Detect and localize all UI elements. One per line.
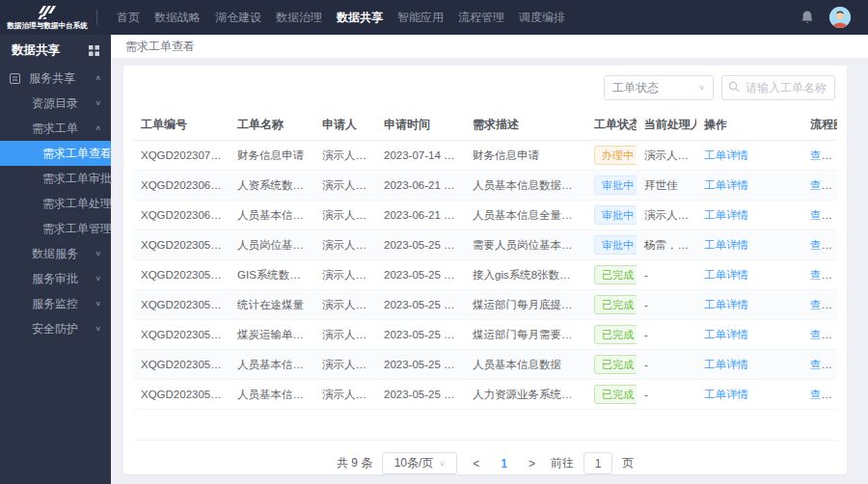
handler-cell: 杨雷，演示人... — [637, 230, 696, 260]
grid-icon[interactable] — [89, 45, 99, 56]
flow-view-link[interactable]: 查看 — [810, 149, 832, 161]
description-cell: 需要人员岗位基本信息数据，以支... — [465, 230, 586, 260]
table-row: XQGD202306216193人资系统数据需求演示人员62023-06-21 … — [133, 171, 837, 201]
flow-cell: 查看 — [802, 171, 837, 201]
apply-time-cell: 2023-05-25 14:03:17 — [376, 260, 465, 290]
chevron-down-icon: ∨ — [439, 460, 446, 468]
sidebar-item-label: 服务审批 — [32, 271, 78, 287]
nav-item[interactable]: 调度编排 — [519, 10, 565, 26]
order-detail-link[interactable]: 工单详情 — [704, 239, 748, 251]
pagination-total: 共 9 条 — [337, 455, 372, 471]
worklist-table: 工单编号工单名称申请人申请时间需求描述工单状态当前处理人操作流程图 XQGD20… — [133, 110, 837, 410]
action-cell: 工单详情 — [696, 201, 802, 230]
flow-view-link[interactable]: 查看 — [810, 359, 832, 370]
action-cell: 工单详情 — [696, 260, 802, 290]
apply-time-cell: 2023-05-25 13:56:00 — [376, 320, 465, 350]
order-name-cell: 人资系统数据需求 — [230, 171, 314, 201]
flow-view-link[interactable]: 查看 — [810, 329, 832, 340]
nav-item[interactable]: 湖仓建设 — [215, 10, 261, 26]
flow-cell: 查看 — [802, 141, 837, 171]
order-detail-link[interactable]: 工单详情 — [704, 149, 748, 161]
status-badge: 办理中 — [594, 146, 637, 165]
status-badge: 审批中 — [594, 235, 637, 255]
order-detail-link[interactable]: 工单详情 — [704, 269, 748, 281]
sidebar-item[interactable]: 服务监控∨ — [0, 291, 111, 316]
current-page[interactable]: 1 — [495, 457, 513, 471]
search-box — [721, 75, 835, 100]
nav-item[interactable]: 数据战略 — [154, 10, 201, 26]
table-row: XQGD202305259264人员基本信息数据需求...演示人员62023-0… — [133, 380, 837, 410]
sidebar-item-label: 需求工单审批 — [42, 171, 112, 187]
applicant-cell: 演示人员6 — [314, 141, 376, 171]
sidebar-item[interactable]: 需求工单管理 — [0, 216, 111, 241]
order-name-cell: 人员岗位基本信息数据... — [230, 230, 314, 260]
nav-item[interactable]: 首页 — [117, 10, 140, 26]
sidebar-item-label: 需求工单查看 — [42, 146, 112, 162]
next-page-button[interactable]: > — [523, 457, 541, 471]
top-navbar: 数据治理与数据中台系统 首页数据战略湖仓建设数据治理数据共享智能应用流程管理调度… — [0, 0, 868, 35]
sidebar-item[interactable]: 数据服务∨ — [0, 241, 111, 266]
order-detail-link[interactable]: 工单详情 — [704, 359, 748, 370]
description-cell: 煤运部门每月底提供煤炭运输信息... — [465, 290, 586, 320]
order-id-cell: XQGD202305258543 — [133, 320, 230, 350]
prev-page-button[interactable]: < — [467, 457, 485, 471]
status-cell: 已完成 — [586, 350, 637, 380]
description-cell: 人力资源业务系统中人员基本信息... — [465, 380, 586, 410]
description-cell: 煤运部门每月需要将统计汇总的运... — [465, 320, 586, 350]
user-avatar[interactable] — [829, 7, 851, 28]
flow-view-link[interactable]: 查看 — [810, 209, 832, 221]
status-cell: 审批中 — [586, 171, 637, 201]
order-detail-link[interactable]: 工单详情 — [704, 299, 748, 310]
nav-item[interactable]: 智能应用 — [397, 10, 444, 26]
nav-item[interactable]: 流程管理 — [458, 10, 504, 26]
status-badge: 已完成 — [594, 355, 637, 374]
order-id-cell: XQGD202307143143 — [133, 141, 230, 171]
order-id-cell: XQGD202305259264 — [133, 380, 230, 410]
page-size-select[interactable]: 10条/页 ∨ — [382, 452, 457, 474]
sidebar-item[interactable]: 需求工单∧ — [0, 116, 111, 141]
table-row: XQGD202305191947人员基本信息数据服务...演示人员62023-0… — [133, 350, 837, 380]
sidebar-item[interactable]: 服务审批∨ — [0, 266, 111, 291]
flow-view-link[interactable]: 查看 — [810, 239, 832, 251]
nav-item[interactable]: 数据治理 — [276, 10, 322, 26]
chevron-down-icon: ∨ — [95, 275, 101, 282]
flow-view-link[interactable]: 查看 — [810, 269, 832, 281]
sidebar-item[interactable]: 安全防护∨ — [0, 316, 111, 341]
sidebar-item[interactable]: 服务共享∧ — [0, 66, 111, 91]
worklist-card: 工单状态 ∨ 工单 — [123, 66, 847, 474]
logo-title: 数据治理与数据中台系统 — [7, 20, 88, 30]
sidebar-item[interactable]: 需求工单处理 — [0, 191, 111, 216]
action-cell: 工单详情 — [696, 171, 802, 201]
sidebar-item[interactable]: 需求工单查看 — [0, 141, 111, 166]
column-header: 当前处理人 — [637, 110, 696, 141]
sidebar-header: 数据共享 — [0, 35, 111, 66]
status-filter-select[interactable]: 工单状态 ∨ — [604, 75, 714, 100]
bell-icon[interactable] — [800, 10, 814, 25]
column-header: 工单编号 — [133, 110, 230, 141]
flow-cell: 查看 — [802, 260, 837, 290]
handler-cell: 演示人员6，... — [637, 201, 696, 230]
flow-cell: 查看 — [802, 320, 837, 350]
table-row: XQGD202305251328GIS系统数据服务演示人员62023-05-25… — [133, 260, 837, 290]
order-id-cell: XQGD202306212434 — [133, 201, 230, 230]
flow-cell: 查看 — [802, 230, 837, 260]
goto-page-input[interactable] — [583, 452, 612, 474]
order-detail-link[interactable]: 工单详情 — [704, 209, 748, 221]
flow-view-link[interactable]: 查看 — [810, 389, 832, 400]
flow-view-link[interactable]: 查看 — [810, 299, 832, 310]
order-detail-link[interactable]: 工单详情 — [704, 329, 748, 340]
handler-cell: - — [637, 290, 696, 320]
apply-time-cell: 2023-06-21 13:47:52 — [376, 201, 465, 230]
applicant-cell: 演示人员6 — [314, 260, 376, 290]
apply-time-cell: 2023-05-25 14:37:30 — [376, 230, 465, 260]
flow-cell: 查看 — [802, 290, 837, 320]
order-detail-link[interactable]: 工单详情 — [704, 389, 748, 400]
description-cell: 接入gis系统8张数据表 — [465, 260, 586, 290]
flow-view-link[interactable]: 查看 — [810, 179, 832, 191]
nav-item[interactable]: 数据共享 — [337, 10, 383, 26]
chevron-down-icon: ∨ — [95, 325, 101, 333]
order-detail-link[interactable]: 工单详情 — [704, 179, 748, 191]
sidebar-item[interactable]: 资源目录∨ — [0, 91, 111, 116]
sidebar-item[interactable]: 需求工单审批 — [0, 166, 111, 191]
chevron-down-icon: ∨ — [95, 99, 101, 107]
